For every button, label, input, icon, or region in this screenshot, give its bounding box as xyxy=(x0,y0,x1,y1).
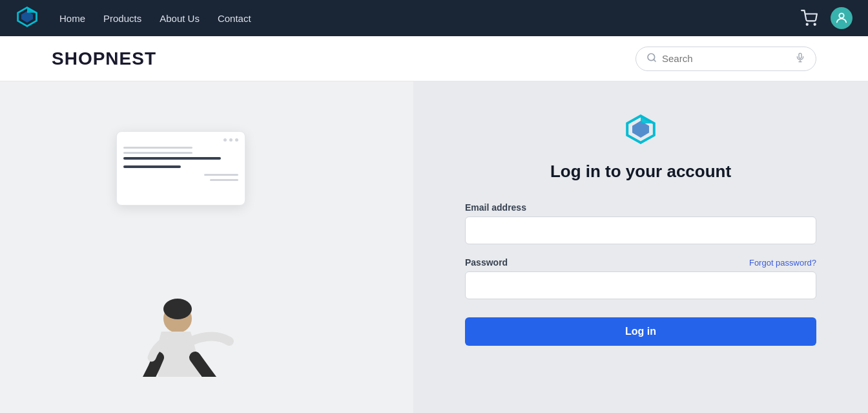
svg-marker-1 xyxy=(21,11,33,23)
svg-point-3 xyxy=(807,24,808,25)
user-avatar[interactable] xyxy=(831,7,852,29)
svg-line-7 xyxy=(654,59,656,61)
left-panel xyxy=(0,81,413,413)
subheader: SHOPNEST xyxy=(0,36,868,81)
nav-link-home[interactable]: Home xyxy=(59,13,85,24)
nav-link-about-us[interactable]: About Us xyxy=(160,13,200,24)
email-input[interactable] xyxy=(465,217,816,244)
search-bar xyxy=(636,47,816,71)
email-form-group: Email address xyxy=(465,202,816,244)
password-form-group: Password Forgot password? xyxy=(465,257,816,299)
search-icon xyxy=(646,52,657,65)
main-content: Log in to your account Email address Pas… xyxy=(0,81,868,413)
login-title: Log in to your account xyxy=(550,162,731,182)
svg-rect-8 xyxy=(799,53,801,58)
navbar: Home Products About Us Contact xyxy=(0,0,868,36)
right-panel: Log in to your account Email address Pas… xyxy=(413,81,868,413)
microphone-icon[interactable] xyxy=(795,52,805,65)
login-button[interactable]: Log in xyxy=(465,317,816,346)
nav-links: Home Products About Us Contact xyxy=(59,13,780,24)
cart-icon[interactable] xyxy=(801,10,818,26)
brand-title: SHOPNEST xyxy=(52,48,636,69)
nav-right xyxy=(801,7,852,29)
password-input[interactable] xyxy=(465,271,816,299)
forgot-password-link[interactable]: Forgot password? xyxy=(749,258,816,268)
svg-point-5 xyxy=(839,14,843,18)
password-label: Password xyxy=(465,257,508,268)
svg-point-12 xyxy=(163,299,192,319)
nav-link-products[interactable]: Products xyxy=(103,13,141,24)
svg-point-4 xyxy=(814,24,816,25)
email-label: Email address xyxy=(465,202,526,213)
login-logo xyxy=(624,112,657,149)
search-input[interactable] xyxy=(662,53,790,64)
illustration xyxy=(52,118,362,377)
logo[interactable] xyxy=(16,5,39,31)
nav-link-contact[interactable]: Contact xyxy=(218,13,251,24)
